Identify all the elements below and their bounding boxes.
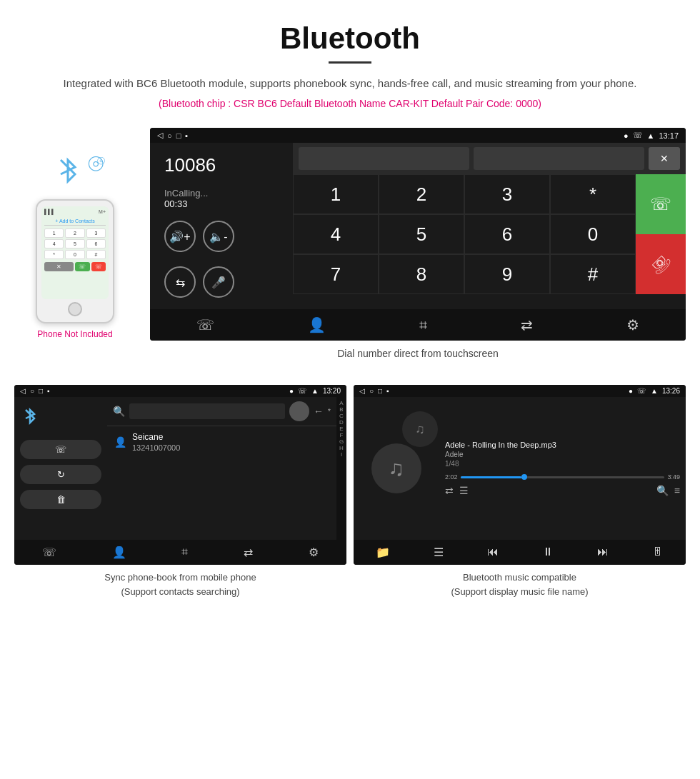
call-accept-icon: ☏ bbox=[650, 194, 671, 214]
phone-key-1[interactable]: 1 bbox=[44, 228, 64, 238]
music-phone-icon: ☏ bbox=[637, 387, 646, 395]
music-status-bar: ◁ ○ □ ▪ ● ☏ ▲ 13:26 bbox=[354, 385, 686, 397]
phone-signal: ▌▌▌ bbox=[44, 209, 55, 214]
pb-nav-icons: ◁ ○ □ ▪ bbox=[20, 387, 50, 395]
music-toolbar-prev[interactable]: ⏮ bbox=[487, 546, 499, 559]
pb-toolbar-phone[interactable]: ☏ bbox=[42, 546, 56, 559]
pb-square-nav: □ bbox=[39, 387, 43, 395]
pb-search-row: 🔍 ← * bbox=[107, 397, 336, 426]
music-shuffle-icon[interactable]: ⇄ bbox=[445, 485, 454, 496]
music-toolbar-play[interactable]: ⏸ bbox=[542, 546, 554, 559]
bluetooth-icon bbox=[54, 153, 82, 189]
music-album-area: ♫ ♫ bbox=[354, 397, 439, 540]
pb-call-btn[interactable]: ☏ bbox=[20, 440, 101, 459]
call-end-btn[interactable]: ☏ bbox=[636, 234, 686, 294]
numpad-key-6[interactable]: 6 bbox=[464, 214, 550, 254]
numpad-key-9[interactable]: 9 bbox=[464, 254, 550, 294]
music-note-icon-small: ♫ bbox=[415, 422, 425, 437]
phone-add-contact: + Add to Contacts bbox=[44, 217, 106, 226]
album-art-main: ♫ bbox=[371, 443, 421, 493]
album-art-small: ♫ bbox=[402, 411, 438, 447]
volume-down-icon: 🔈- bbox=[209, 230, 227, 243]
phone-btn-end[interactable]: ☏ bbox=[91, 262, 106, 271]
numpad-key-7[interactable]: 7 bbox=[293, 254, 379, 294]
volume-up-icon: 🔊+ bbox=[169, 230, 190, 243]
music-toolbar-eq[interactable]: 🎚 bbox=[652, 546, 664, 559]
pb-asterisk: * bbox=[328, 408, 331, 416]
numpad-key-0[interactable]: 0 bbox=[550, 214, 636, 254]
music-more-icon[interactable]: ≡ bbox=[674, 485, 680, 496]
numpad-key-hash[interactable]: # bbox=[550, 254, 636, 294]
transfer-btn[interactable]: ⇆ bbox=[164, 266, 196, 298]
pb-toolbar-transfer[interactable]: ⇄ bbox=[244, 546, 253, 559]
dial-input-row: ✕ bbox=[293, 143, 686, 174]
music-search-icon[interactable]: 🔍 bbox=[656, 485, 669, 496]
numpad-key-2[interactable]: 2 bbox=[379, 174, 464, 214]
bottom-section: ◁ ○ □ ▪ ● ☏ ▲ 13:20 bbox=[0, 385, 700, 618]
music-progress-row: 2:02 3:49 bbox=[445, 473, 680, 481]
music-list-icon[interactable]: ☰ bbox=[459, 485, 651, 496]
phone-key-6[interactable]: 6 bbox=[86, 239, 106, 248]
pb-contact-avatar-icon: 👤 bbox=[114, 436, 126, 448]
backspace-btn[interactable]: ✕ bbox=[649, 147, 680, 170]
phone-not-included-label: Phone Not Included bbox=[37, 329, 112, 339]
pb-alpha-index: A B C D E F G H I bbox=[336, 397, 346, 540]
dial-number: 10086 bbox=[164, 154, 279, 176]
page-description: Integrated with BC6 Bluetooth module, su… bbox=[29, 75, 671, 92]
toolbar-contacts-icon[interactable]: 👤 bbox=[308, 316, 326, 333]
numpad-key-star[interactable]: * bbox=[550, 174, 636, 214]
phone-key-hash[interactable]: # bbox=[86, 250, 106, 259]
numpad-key-3[interactable]: 3 bbox=[464, 174, 550, 214]
pb-delete-btn[interactable]: 🗑 bbox=[20, 490, 101, 509]
toolbar-dialpad-icon[interactable]: ⌗ bbox=[419, 317, 427, 333]
pb-toolbar-dialpad[interactable]: ⌗ bbox=[181, 546, 188, 559]
numpad-key-4[interactable]: 4 bbox=[293, 214, 379, 254]
pb-status-bar: ◁ ○ □ ▪ ● ☏ ▲ 13:20 bbox=[14, 385, 346, 397]
call-accept-btn[interactable]: ☏ bbox=[636, 174, 686, 234]
music-track-name: Adele - Rolling In the Deep.mp3 bbox=[445, 441, 680, 449]
phone-key-5[interactable]: 5 bbox=[65, 239, 84, 248]
dial-left-panel: 10086 InCalling... 00:33 🔊+ 🔈- bbox=[150, 143, 293, 309]
volume-down-btn[interactable]: 🔈- bbox=[203, 221, 234, 252]
phone-key-0[interactable]: 0 bbox=[65, 250, 84, 259]
mute-btn[interactable]: 🎤 bbox=[203, 266, 234, 298]
music-toolbar-list[interactable]: ☰ bbox=[434, 546, 444, 559]
phone-key-4[interactable]: 4 bbox=[44, 239, 64, 248]
music-toolbar-next[interactable]: ⏭ bbox=[597, 546, 609, 559]
phone-key-2[interactable]: 2 bbox=[65, 228, 84, 238]
pb-alpha-f: F bbox=[340, 432, 344, 438]
signal-wave-1: ⦾ bbox=[97, 155, 105, 167]
pb-back-icon[interactable]: ← bbox=[314, 406, 324, 417]
numpad-key-1[interactable]: 1 bbox=[293, 174, 379, 214]
pb-alpha-d: D bbox=[339, 419, 344, 426]
pb-back-nav: ◁ bbox=[20, 387, 26, 395]
music-location-icon: ● bbox=[629, 387, 633, 395]
phone-home-button[interactable] bbox=[68, 302, 82, 316]
phone-key-star[interactable]: * bbox=[44, 250, 64, 259]
music-controls-row2: ⇄ ☰ 🔍 ≡ bbox=[445, 485, 680, 496]
pb-status-right: ● ☏ ▲ 13:20 bbox=[289, 387, 341, 395]
music-toolbar-folder[interactable]: 📁 bbox=[376, 546, 390, 559]
numpad-key-8[interactable]: 8 bbox=[379, 254, 464, 294]
phone-btn-gray[interactable]: ✕ bbox=[44, 262, 74, 271]
toolbar-settings-icon[interactable]: ⚙ bbox=[626, 316, 639, 333]
pb-toolbar-settings[interactable]: ⚙ bbox=[309, 546, 319, 559]
phone-btn-call[interactable]: ☏ bbox=[75, 262, 90, 271]
pb-search-input[interactable] bbox=[129, 403, 285, 419]
pb-sync-btn[interactable]: ↻ bbox=[20, 465, 101, 484]
pb-circle-control[interactable] bbox=[289, 401, 309, 421]
dial-input-box-2 bbox=[474, 147, 644, 170]
music-note-icon: ♫ bbox=[389, 456, 405, 481]
phone-keypad: 1 2 3 4 5 6 * 0 # bbox=[44, 228, 106, 259]
dial-controls-row1: 🔊+ 🔈- bbox=[164, 221, 279, 252]
pb-contact-number: 13241007000 bbox=[132, 443, 180, 452]
pb-sidebar: ☏ ↻ 🗑 bbox=[14, 397, 107, 540]
music-progress-bar[interactable] bbox=[461, 476, 665, 478]
pb-toolbar-contacts[interactable]: 👤 bbox=[112, 546, 126, 559]
volume-up-btn[interactable]: 🔊+ bbox=[164, 221, 196, 252]
phone-key-3[interactable]: 3 bbox=[86, 228, 106, 238]
toolbar-transfer-icon[interactable]: ⇄ bbox=[521, 316, 533, 333]
toolbar-phone-icon[interactable]: ☏ bbox=[196, 316, 214, 333]
mic-icon: 🎤 bbox=[211, 276, 226, 289]
numpad-key-5[interactable]: 5 bbox=[379, 214, 464, 254]
